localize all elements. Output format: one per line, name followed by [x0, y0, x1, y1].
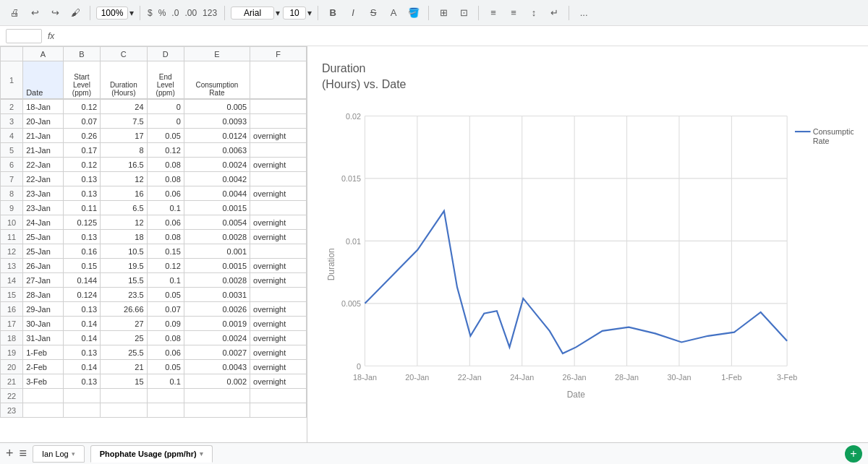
- cell-d[interactable]: 0.1: [147, 374, 184, 389]
- cell-b[interactable]: 0.26: [63, 129, 100, 143]
- cell-e[interactable]: 0.0043: [184, 360, 250, 374]
- cell-c[interactable]: 25.5: [101, 345, 148, 360]
- cell-reference[interactable]: A1: [6, 29, 42, 43]
- cell-b[interactable]: 0.12: [63, 100, 100, 114]
- cell-d[interactable]: 0.09: [147, 317, 184, 331]
- bold-button[interactable]: B: [324, 4, 341, 22]
- cell-b[interactable]: 0.07: [63, 114, 100, 129]
- cell-c[interactable]: 24: [101, 100, 148, 114]
- cell-f[interactable]: overnight: [250, 273, 307, 288]
- cell-e[interactable]: 0.0044: [184, 186, 250, 201]
- cell-e1[interactable]: ConsumptionRate: [184, 61, 250, 99]
- add-sheet-icon[interactable]: +: [6, 446, 14, 461]
- cell-d[interactable]: 0.06: [147, 186, 184, 201]
- font-input[interactable]: Arial: [231, 7, 274, 20]
- cell-b[interactable]: [63, 403, 100, 418]
- cell-f[interactable]: overnight: [250, 259, 307, 273]
- cell-f[interactable]: overnight: [250, 360, 307, 374]
- zoom-input[interactable]: 100%: [96, 7, 128, 20]
- cell-a[interactable]: 27-Jan: [23, 273, 64, 288]
- cell-f[interactable]: [250, 172, 307, 186]
- cell-f[interactable]: overnight: [250, 317, 307, 331]
- zoom-control[interactable]: 100% ▾: [96, 7, 134, 20]
- cell-d[interactable]: 0.15: [147, 244, 184, 259]
- text-color-button[interactable]: A: [385, 4, 402, 22]
- cell-f[interactable]: [250, 403, 307, 418]
- percent-button[interactable]: %: [157, 8, 168, 18]
- cell-b[interactable]: 0.125: [63, 215, 100, 230]
- cell-c[interactable]: 18: [101, 230, 148, 244]
- align-left-button[interactable]: ≡: [485, 4, 502, 22]
- cell-d[interactable]: 0: [147, 114, 184, 129]
- cell-a[interactable]: 31-Jan: [23, 331, 64, 345]
- cell-e[interactable]: 0.0031: [184, 288, 250, 302]
- cell-b[interactable]: 0.14: [63, 360, 100, 374]
- cell-f[interactable]: overnight: [250, 345, 307, 360]
- cell-c[interactable]: 15.5: [101, 273, 148, 288]
- cell-c[interactable]: 7.5: [101, 114, 148, 129]
- cell-b[interactable]: 0.16: [63, 244, 100, 259]
- cell-a[interactable]: 29-Jan: [23, 302, 64, 317]
- cell-c[interactable]: 25: [101, 331, 148, 345]
- italic-button[interactable]: I: [344, 4, 362, 22]
- cell-e[interactable]: 0.002: [184, 374, 250, 389]
- cell-b[interactable]: 0.13: [63, 172, 100, 186]
- cell-b[interactable]: [63, 389, 100, 403]
- fill-color-button[interactable]: 🪣: [405, 4, 422, 22]
- currency-button[interactable]: $: [146, 8, 154, 18]
- cell-b[interactable]: 0.13: [63, 302, 100, 317]
- cell-f[interactable]: [250, 114, 307, 129]
- more-button[interactable]: ...: [575, 4, 592, 22]
- cell-b[interactable]: 0.13: [63, 345, 100, 360]
- cell-e[interactable]: 0.0093: [184, 114, 250, 129]
- cell-d[interactable]: 0.05: [147, 360, 184, 374]
- cell-b[interactable]: 0.15: [63, 259, 100, 273]
- cell-f[interactable]: overnight: [250, 129, 307, 143]
- cell-e[interactable]: [184, 403, 250, 418]
- cell-e[interactable]: 0.005: [184, 100, 250, 114]
- cell-c[interactable]: 8: [101, 143, 148, 158]
- cell-a[interactable]: 20-Jan: [23, 114, 64, 129]
- cell-a[interactable]: 22-Jan: [23, 158, 64, 172]
- align-center-button[interactable]: ≡: [505, 4, 522, 22]
- cell-c[interactable]: [101, 389, 148, 403]
- fontsize-input[interactable]: 10: [283, 7, 306, 20]
- cell-b[interactable]: 0.13: [63, 186, 100, 201]
- cell-a[interactable]: 2-Feb: [23, 360, 64, 374]
- number-button[interactable]: 123: [201, 8, 218, 18]
- cell-e[interactable]: 0.0019: [184, 317, 250, 331]
- cell-b[interactable]: 0.13: [63, 230, 100, 244]
- font-control[interactable]: Arial ▾: [231, 7, 280, 20]
- cell-c[interactable]: 16: [101, 186, 148, 201]
- cell-f[interactable]: overnight: [250, 158, 307, 172]
- cell-e[interactable]: 0.001: [184, 244, 250, 259]
- cell-d[interactable]: 0.06: [147, 215, 184, 230]
- sheet-list-icon[interactable]: ≡: [20, 446, 27, 461]
- cell-e[interactable]: 0.0054: [184, 215, 250, 230]
- cell-d[interactable]: 0.12: [147, 259, 184, 273]
- cell-e[interactable]: 0.0015: [184, 201, 250, 215]
- cell-a[interactable]: 30-Jan: [23, 317, 64, 331]
- print-icon[interactable]: 🖨: [6, 4, 23, 22]
- cell-c[interactable]: 16.5: [101, 158, 148, 172]
- cell-a[interactable]: [23, 403, 64, 418]
- cell-e[interactable]: [184, 389, 250, 403]
- merge-button[interactable]: ⊡: [455, 4, 472, 22]
- cell-d[interactable]: 0.1: [147, 201, 184, 215]
- cell-d[interactable]: 0.12: [147, 143, 184, 158]
- cell-c1[interactable]: Duration(Hours): [101, 61, 148, 99]
- cell-c[interactable]: 12: [101, 172, 148, 186]
- valign-button[interactable]: ↕: [525, 4, 542, 22]
- cell-d[interactable]: 0.1: [147, 273, 184, 288]
- cell-c[interactable]: [101, 403, 148, 418]
- cell-a[interactable]: 3-Feb: [23, 374, 64, 389]
- decimal2-button[interactable]: .00: [183, 8, 198, 18]
- cell-a[interactable]: 28-Jan: [23, 288, 64, 302]
- cell-c[interactable]: 19.5: [101, 259, 148, 273]
- formula-input[interactable]: Date: [60, 31, 862, 41]
- cell-d[interactable]: 0.08: [147, 172, 184, 186]
- cell-d[interactable]: 0.07: [147, 302, 184, 317]
- format-paint-icon[interactable]: 🖌: [67, 4, 84, 22]
- cell-f[interactable]: overnight: [250, 230, 307, 244]
- cell-a[interactable]: 23-Jan: [23, 186, 64, 201]
